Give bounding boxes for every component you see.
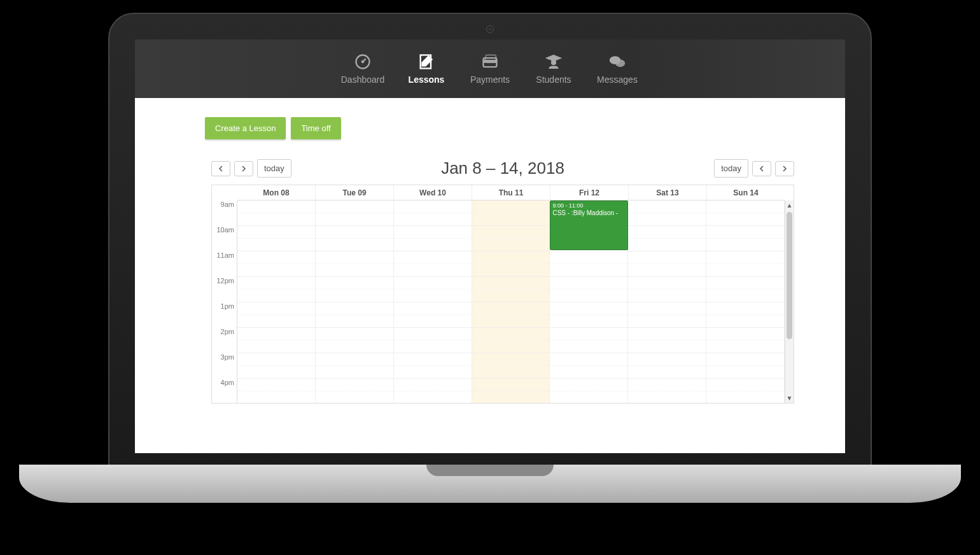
hour-cell[interactable]: [394, 226, 472, 251]
hour-cell[interactable]: [237, 379, 315, 403]
nav-item-students[interactable]: Students: [522, 39, 585, 98]
hour-cell[interactable]: [237, 200, 315, 226]
create-lesson-button[interactable]: Create a Lesson: [205, 117, 286, 139]
action-bar: Create a Lesson Time off: [205, 117, 807, 139]
day-header: Sat 13: [629, 185, 707, 200]
day-header: Mon 08: [237, 185, 316, 200]
hour-cell[interactable]: [628, 277, 706, 302]
nav-label: Dashboard: [341, 74, 385, 85]
hour-cell[interactable]: [550, 277, 627, 302]
next-week-button[interactable]: [234, 161, 253, 176]
hour-cell[interactable]: [706, 200, 784, 226]
prev-week-button[interactable]: [211, 161, 230, 176]
hour-cell[interactable]: [237, 277, 315, 302]
hour-cell[interactable]: [472, 200, 550, 226]
time-label: 11am: [212, 251, 237, 277]
time-label: 12pm: [212, 277, 237, 302]
day-column[interactable]: [706, 200, 785, 403]
nav-label: Payments: [470, 74, 510, 85]
hour-cell[interactable]: [472, 302, 550, 328]
nav-item-lessons[interactable]: Lessons: [395, 39, 458, 98]
hour-cell[interactable]: [394, 379, 472, 403]
svg-point-6: [552, 60, 556, 65]
hour-cell[interactable]: [628, 353, 706, 379]
nav-item-payments[interactable]: Payments: [458, 39, 522, 98]
hour-cell[interactable]: [316, 302, 393, 328]
chevron-left-icon: [759, 165, 765, 172]
day-column[interactable]: [237, 200, 316, 403]
today-button-left[interactable]: today: [257, 159, 291, 178]
hour-cell[interactable]: [550, 302, 627, 328]
scrollbar[interactable]: ▲ ▼: [785, 200, 794, 403]
hour-cell[interactable]: [394, 200, 472, 226]
chevron-left-icon: [218, 165, 224, 172]
hour-cell[interactable]: [628, 302, 706, 328]
scroll-down-icon[interactable]: ▼: [785, 395, 794, 402]
day-column[interactable]: [472, 200, 550, 403]
day-header: Thu 11: [472, 185, 550, 200]
hour-cell[interactable]: [706, 353, 784, 379]
hour-cell[interactable]: [394, 353, 472, 379]
day-header: Sun 14: [707, 185, 785, 200]
time-label: 4pm: [212, 379, 237, 403]
day-column[interactable]: [316, 200, 394, 403]
hour-cell[interactable]: [237, 251, 315, 277]
hour-cell[interactable]: [472, 277, 550, 302]
hour-cell[interactable]: [550, 353, 627, 379]
nav-label: Students: [536, 74, 571, 85]
nav-item-dashboard[interactable]: Dashboard: [331, 39, 395, 98]
scroll-thumb[interactable]: [787, 212, 792, 339]
hour-cell[interactable]: [472, 251, 550, 277]
app-screen: DashboardLessonsPaymentsStudentsMessages…: [135, 39, 845, 453]
hour-cell[interactable]: [394, 251, 472, 277]
hour-cell[interactable]: [472, 226, 550, 251]
hour-cell[interactable]: [316, 277, 393, 302]
hour-cell[interactable]: [316, 379, 393, 403]
day-column[interactable]: [394, 200, 472, 403]
day-column[interactable]: [628, 200, 706, 403]
hour-cell[interactable]: [316, 226, 393, 251]
hour-cell[interactable]: [706, 302, 784, 328]
hour-cell[interactable]: [550, 328, 627, 353]
hour-cell[interactable]: [237, 226, 315, 251]
hour-cell[interactable]: [706, 251, 784, 277]
nav-item-messages[interactable]: Messages: [585, 39, 649, 98]
hour-cell[interactable]: [237, 328, 315, 353]
hour-cell[interactable]: [550, 251, 627, 277]
hour-cell[interactable]: [628, 251, 706, 277]
hour-cell[interactable]: [394, 277, 472, 302]
next-button-right[interactable]: [775, 161, 794, 176]
hour-cell[interactable]: [237, 302, 315, 328]
hour-cell[interactable]: [394, 302, 472, 328]
today-button-right[interactable]: today: [714, 159, 748, 178]
camera-icon: [486, 25, 494, 33]
laptop-base: [19, 465, 961, 503]
hour-cell[interactable]: [628, 379, 706, 403]
hour-cell[interactable]: [706, 379, 784, 403]
time-off-button[interactable]: Time off: [291, 117, 340, 139]
calendar-body[interactable]: 9:00 - 11:00CSS - :Billy Maddison -: [237, 200, 785, 403]
hour-cell[interactable]: [237, 353, 315, 379]
hour-cell[interactable]: [316, 353, 393, 379]
nav-label: Lessons: [409, 74, 445, 85]
laptop-frame: DashboardLessonsPaymentsStudentsMessages…: [108, 13, 872, 503]
hour-cell[interactable]: [394, 328, 472, 353]
hour-cell[interactable]: [550, 379, 627, 403]
hour-cell[interactable]: [316, 200, 393, 226]
hour-cell[interactable]: [628, 200, 706, 226]
hour-cell[interactable]: [472, 379, 550, 403]
hour-cell[interactable]: [472, 328, 550, 353]
hour-cell[interactable]: [316, 251, 393, 277]
scroll-up-icon[interactable]: ▲: [785, 202, 794, 209]
top-nav: DashboardLessonsPaymentsStudentsMessages: [135, 39, 845, 98]
time-label: 3pm: [212, 353, 237, 379]
hour-cell[interactable]: [706, 277, 784, 302]
hour-cell[interactable]: [472, 353, 550, 379]
hour-cell[interactable]: [706, 226, 784, 251]
hour-cell[interactable]: [628, 328, 706, 353]
calendar-event[interactable]: 9:00 - 11:00CSS - :Billy Maddison -: [550, 200, 628, 250]
hour-cell[interactable]: [316, 328, 393, 353]
hour-cell[interactable]: [628, 226, 706, 251]
prev-button-right[interactable]: [752, 161, 771, 176]
hour-cell[interactable]: [706, 328, 784, 353]
